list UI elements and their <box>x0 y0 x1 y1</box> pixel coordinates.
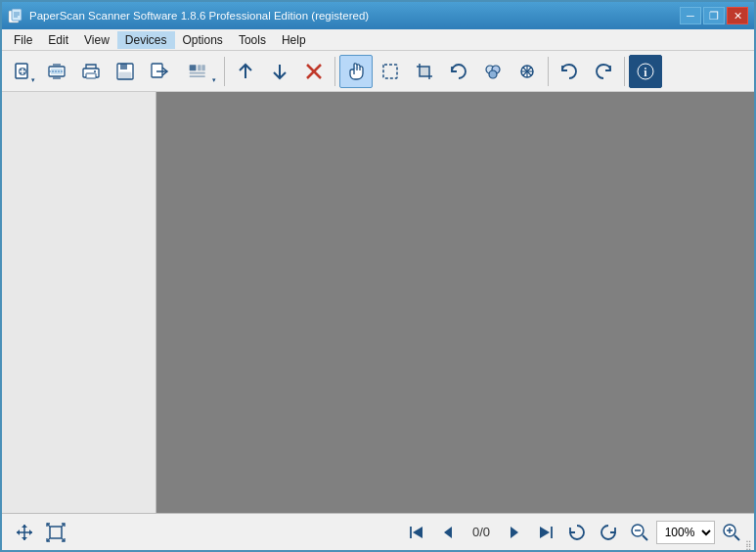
svg-rect-20 <box>190 65 197 70</box>
last-page-button[interactable] <box>531 519 560 546</box>
separator-2 <box>334 57 335 86</box>
svg-point-14 <box>94 70 96 72</box>
reset-zoom-button[interactable] <box>562 519 592 546</box>
minimize-button[interactable]: ─ <box>680 7 701 24</box>
redo-button[interactable] <box>587 55 620 88</box>
thumbnail-panel <box>2 92 156 513</box>
svg-line-38 <box>643 535 647 540</box>
svg-rect-17 <box>119 72 131 79</box>
menu-view[interactable]: View <box>76 31 117 49</box>
restore-button[interactable]: ❐ <box>703 7 725 24</box>
status-right: 0/0 <box>402 519 746 546</box>
pan-tool-button[interactable] <box>339 55 373 88</box>
delete-button[interactable] <box>297 55 331 88</box>
selection-tool-button[interactable] <box>374 55 407 88</box>
zoom-select[interactable]: 50% 75% 100% 125% 150% 200% <box>656 521 715 544</box>
svg-rect-35 <box>50 527 62 538</box>
status-bar: 0/0 <box>2 513 754 550</box>
svg-rect-16 <box>120 64 127 69</box>
menu-options[interactable]: Options <box>175 31 231 49</box>
menu-tools[interactable]: Tools <box>231 31 274 49</box>
svg-rect-22 <box>201 65 204 70</box>
prev-page-button[interactable] <box>433 519 463 546</box>
close-button[interactable]: ✕ <box>727 7 748 24</box>
window-controls: ─ ❐ ✕ <box>680 7 748 24</box>
rotate-ccw-button[interactable] <box>442 55 475 88</box>
status-left <box>10 519 70 546</box>
svg-line-42 <box>734 535 739 540</box>
new-button[interactable]: ▾ <box>6 55 39 88</box>
svg-rect-23 <box>190 71 205 73</box>
separator-3 <box>548 57 549 86</box>
next-page-button[interactable] <box>500 519 529 546</box>
fit-page-button[interactable] <box>41 519 70 546</box>
separator-4 <box>624 57 625 86</box>
svg-rect-28 <box>420 67 429 76</box>
svg-rect-13 <box>86 73 96 78</box>
zoom-out-button[interactable] <box>625 519 654 546</box>
toolbar: ▾ <box>2 51 754 92</box>
title-bar: PaperScan Scanner Software 1.8.6 Profess… <box>2 2 754 29</box>
undo-button[interactable] <box>553 55 586 88</box>
info-button[interactable]: i <box>629 55 662 88</box>
svg-rect-24 <box>190 75 205 77</box>
main-content <box>2 92 754 513</box>
adjust-tool-button[interactable] <box>476 55 510 88</box>
scan-button[interactable] <box>40 55 73 88</box>
resize-grip: ⣿ <box>745 540 752 550</box>
move-up-button[interactable] <box>229 55 262 88</box>
refresh-button[interactable] <box>594 519 623 546</box>
pan-all-directions-button[interactable] <box>10 519 39 546</box>
print-button[interactable] <box>74 55 108 88</box>
canvas-area <box>156 92 754 513</box>
move-down-button[interactable] <box>263 55 296 88</box>
svg-rect-18 <box>152 64 162 77</box>
application-window: PaperScan Scanner Software 1.8.6 Profess… <box>0 0 756 552</box>
window-title: PaperScan Scanner Software 1.8.6 Profess… <box>29 10 680 22</box>
menu-edit[interactable]: Edit <box>40 31 76 49</box>
brightness-button[interactable] <box>511 55 544 88</box>
menu-bar: File Edit View Devices Options Tools Hel… <box>2 29 754 51</box>
separator-1 <box>224 57 225 86</box>
app-icon <box>8 8 23 23</box>
first-page-button[interactable] <box>402 519 431 546</box>
view-mode-button[interactable]: ▾ <box>177 55 220 88</box>
svg-rect-21 <box>198 65 200 70</box>
save-button[interactable] <box>109 55 142 88</box>
svg-point-31 <box>489 70 497 78</box>
menu-file[interactable]: File <box>6 31 40 49</box>
svg-rect-27 <box>383 65 397 78</box>
zoom-in-button[interactable] <box>717 519 746 546</box>
crop-tool-button[interactable] <box>408 55 441 88</box>
import-export-button[interactable] <box>143 55 176 88</box>
menu-help[interactable]: Help <box>274 31 314 49</box>
page-counter: 0/0 <box>465 525 498 539</box>
menu-devices[interactable]: Devices <box>117 31 175 49</box>
